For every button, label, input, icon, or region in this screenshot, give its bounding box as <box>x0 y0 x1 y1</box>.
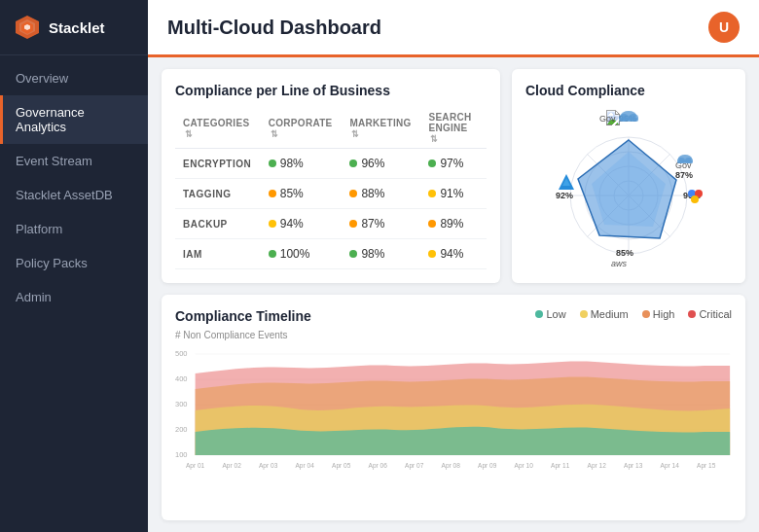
svg-text:100: 100 <box>175 450 188 459</box>
svg-text:Apr 03: Apr 03 <box>259 462 278 470</box>
legend-high: High <box>642 308 675 320</box>
logo: Stacklet <box>0 0 148 55</box>
category-cell: Tagging <box>175 179 261 209</box>
compliance-table: CATEGORIES ⇅ CORPORATE ⇅ MARKETING ⇅ SEA… <box>175 108 487 269</box>
cloud-compliance-title: Cloud Compliance <box>525 83 732 98</box>
legend-low: Low <box>535 308 565 320</box>
sidebar-item-admin[interactable]: Admin <box>0 280 148 314</box>
cloud-compliance-card: Cloud Compliance <box>512 69 745 283</box>
table-row: Backup94%87%89% <box>175 209 487 239</box>
svg-text:Apr 09: Apr 09 <box>478 462 497 470</box>
category-cell: IAM <box>175 239 261 269</box>
search_engine-cell: 89% <box>420 209 487 239</box>
svg-text:200: 200 <box>175 425 188 434</box>
svg-text:300: 300 <box>175 400 188 408</box>
sidebar: Stacklet Overview Governance Analytics E… <box>0 0 148 532</box>
sidebar-item-stacklet-assetdb[interactable]: Stacklet AssetDB <box>0 178 148 212</box>
svg-text:400: 400 <box>175 374 188 383</box>
corporate-cell: 85% <box>261 179 343 209</box>
table-row: IAM100%98%94% <box>175 239 487 269</box>
legend-critical: Critical <box>688 308 732 320</box>
svg-text:Apr 12: Apr 12 <box>588 462 607 470</box>
page-title: Multi-Cloud Dashboard <box>167 17 381 39</box>
svg-text:Apr 13: Apr 13 <box>624 462 643 470</box>
sidebar-item-policy-packs[interactable]: Policy Packs <box>0 246 148 280</box>
marketing-cell: 88% <box>342 179 420 209</box>
corporate-cell: 94% <box>261 209 343 239</box>
stacklet-logo-icon <box>14 14 41 41</box>
radar-svg: Gov 95% Gov 87% 90% 85% aws 92% <box>531 108 726 273</box>
svg-text:Apr 07: Apr 07 <box>405 462 424 470</box>
compliance-table-card: Compliance per Line of Business CATEGORI… <box>162 69 500 283</box>
svg-text:Apr 04: Apr 04 <box>296 462 315 470</box>
col-categories[interactable]: CATEGORIES ⇅ <box>175 108 261 149</box>
sidebar-item-platform[interactable]: Platform <box>0 212 148 246</box>
timeline-card: Compliance Timeline # Non Compliance Eve… <box>162 295 745 520</box>
timeline-chart-area: 500 400 300 200 100 <box>175 346 732 507</box>
svg-text:Apr 14: Apr 14 <box>661 462 680 470</box>
svg-text:Apr 01: Apr 01 <box>186 462 205 470</box>
svg-point-26 <box>691 195 699 203</box>
svg-text:Apr 11: Apr 11 <box>551 462 570 470</box>
sidebar-item-event-stream[interactable]: Event Stream <box>0 144 148 178</box>
table-row: Tagging85%88%91% <box>175 179 487 209</box>
user-avatar[interactable]: U <box>708 12 740 43</box>
svg-text:Apr 15: Apr 15 <box>697 462 716 470</box>
svg-rect-17 <box>619 118 638 122</box>
svg-text:500: 500 <box>175 349 188 358</box>
sidebar-item-overview[interactable]: Overview <box>0 61 148 95</box>
svg-text:Apr 06: Apr 06 <box>369 462 388 470</box>
compliance-table-title: Compliance per Line of Business <box>175 83 487 98</box>
svg-text:Apr 05: Apr 05 <box>332 462 351 470</box>
search_engine-cell: 97% <box>420 149 487 179</box>
timeline-subtitle: # Non Compliance Events <box>175 330 311 340</box>
marketing-cell: 98% <box>342 239 420 269</box>
corporate-cell: 98% <box>261 149 343 179</box>
table-row: Encryption98%96%97% <box>175 149 487 179</box>
main-content: Multi-Cloud Dashboard U Compliance per L… <box>148 0 759 532</box>
timeline-chart-svg: 500 400 300 200 100 <box>175 346 732 473</box>
marketing-cell: 87% <box>342 209 420 239</box>
timeline-legend: Low Medium High Critical <box>535 308 732 320</box>
app-name: Stacklet <box>49 19 105 36</box>
radar-pct-87: 87% <box>675 170 693 180</box>
corporate-cell: 100% <box>261 239 343 269</box>
sidebar-item-governance-analytics[interactable]: Governance Analytics <box>0 95 148 144</box>
svg-text:Apr 02: Apr 02 <box>222 462 241 470</box>
svg-text:Apr 08: Apr 08 <box>442 462 461 470</box>
legend-medium: Medium <box>580 308 629 320</box>
col-marketing[interactable]: MARKETING ⇅ <box>342 108 420 149</box>
category-cell: Encryption <box>175 149 261 179</box>
radar-label-gov-top: Gov <box>599 114 616 124</box>
page-header: Multi-Cloud Dashboard U <box>148 0 759 57</box>
radar-chart: Gov 95% Gov 87% 90% 85% aws 92% <box>531 108 726 264</box>
radar-label-aws: aws <box>611 259 628 268</box>
svg-rect-21 <box>677 160 693 163</box>
dashboard-content: Compliance per Line of Business CATEGORI… <box>148 57 759 532</box>
search_engine-cell: 91% <box>420 179 487 209</box>
timeline-title: Compliance Timeline <box>175 308 311 324</box>
radar-pct-92: 92% <box>556 191 573 200</box>
radar-pct-85: 85% <box>616 248 633 258</box>
marketing-cell: 96% <box>342 149 420 179</box>
svg-text:Apr 10: Apr 10 <box>515 462 534 470</box>
col-search-engine[interactable]: SEARCH ENGINE ⇅ <box>420 108 487 149</box>
col-corporate[interactable]: CORPORATE ⇅ <box>261 108 343 149</box>
search_engine-cell: 94% <box>420 239 487 269</box>
category-cell: Backup <box>175 209 261 239</box>
